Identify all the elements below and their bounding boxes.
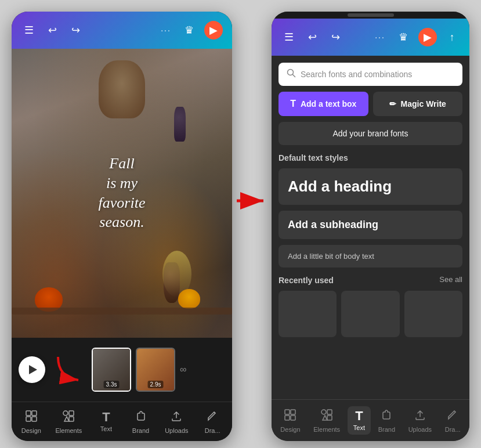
button-row: T Add a text box ✏ Magic Write [279,92,462,116]
more-icon[interactable]: ··· [158,22,174,38]
wand-icon: ✏ [389,99,396,109]
play-icon[interactable]: ▶ [204,21,223,39]
thumb-1-label: 3.3s [104,381,120,388]
nav-right-text[interactable]: T Text [348,406,371,435]
subheading-style[interactable]: Add a subheading [279,211,462,239]
nav-design-label: Design [21,427,41,434]
body-text: Add a little bit of body text [288,252,374,261]
recent-item-3[interactable] [404,291,462,337]
canvas-area: Fall is my favorite season. [12,49,232,338]
uploads-icon-right [414,409,426,424]
nav-right-uploads[interactable]: Uploads [403,405,437,436]
right-header: ☰ ↩ ↪ ··· ♛ ▶ ↑ [272,19,469,56]
nav-item-elements[interactable]: Elements [50,407,86,436]
undo-icon-right[interactable]: ↩ [304,29,320,45]
play-button[interactable] [19,356,45,383]
undo-icon[interactable]: ↩ [44,22,60,38]
recently-used-label: Recently used [279,276,334,285]
redo-icon[interactable]: ↪ [67,22,84,38]
add-text-box-button[interactable]: T Add a text box [279,92,368,116]
left-phone: ☰ ↩ ↪ ··· ♛ ▶ [12,12,232,441]
recently-used-header: Recently used See all [279,273,462,285]
nav-draw-label: Dra... [205,427,220,434]
arrow-between [232,189,272,212]
svg-point-5 [63,411,68,416]
timeline-arrow-container [52,351,87,388]
subheading-text: Add a subheading [288,219,378,230]
down-arrow-icon [52,351,87,386]
shelf [12,308,232,315]
link-icon: ∞ [180,364,186,375]
svg-rect-3 [26,417,31,421]
search-placeholder: Search fonts and combinations [301,70,454,79]
nav-item-text[interactable]: T Text [91,409,121,435]
status-bar [272,12,469,19]
design-icon [25,410,38,425]
nav-uploads-label: Uploads [165,427,188,434]
more-icon-right[interactable]: ··· [372,29,388,45]
nav-right-draw[interactable]: Dra... [439,405,466,436]
nav-right-text-label: Text [353,424,365,431]
crown-icon-right[interactable]: ♛ [395,29,411,45]
nav-item-draw[interactable]: Dra... [197,407,227,436]
svg-rect-7 [69,417,74,421]
canvas-image: Fall is my favorite season. [12,49,232,338]
brand-icon-right [380,409,393,424]
thumb-2-label: 2.9s [148,381,164,388]
draw-icon [206,410,219,425]
svg-rect-16 [327,416,332,420]
nav-item-brand[interactable]: Brand [126,407,156,436]
elements-icon-right [320,409,333,424]
svg-rect-13 [291,416,295,420]
share-icon-right[interactable]: ↑ [444,29,460,45]
nav-right-design[interactable]: Design [274,405,306,436]
draw-icon-right [446,409,459,424]
panel-content: Search fonts and combinations T Add a te… [272,56,469,399]
crown-icon[interactable]: ♛ [181,22,197,38]
uploads-icon [170,410,183,425]
recent-item-1[interactable] [279,291,337,337]
svg-rect-12 [285,416,290,420]
nav-right-elements-label: Elements [313,426,340,433]
text-icon-right: T [355,410,363,422]
svg-point-14 [321,410,326,414]
right-arrow-icon [234,189,269,212]
nav-right-brand[interactable]: Brand [372,405,401,436]
body-style[interactable]: Add a little bit of body text [279,245,462,268]
svg-rect-6 [69,411,74,416]
redo-icon-right[interactable]: ↪ [327,29,343,45]
search-icon [287,68,296,80]
recent-item-2[interactable] [341,291,399,337]
elements-icon [62,410,75,425]
svg-rect-10 [285,410,290,414]
magic-write-label: Magic Write [401,99,446,109]
timeline-row: 3.3s 2.9s ∞ [12,342,232,397]
canvas-text: Fall is my favorite season. [99,154,146,232]
bottom-nav-right: Design Elements T Text Brand [272,399,469,441]
search-bar[interactable]: Search fonts and combinations [279,63,462,86]
menu-icon-right[interactable]: ☰ [281,29,297,45]
right-panel: ☰ ↩ ↪ ··· ♛ ▶ ↑ Search fonts and combina… [272,12,469,441]
magic-write-button[interactable]: ✏ Magic Write [373,92,463,116]
text-t-icon: T [290,99,296,109]
menu-icon[interactable]: ☰ [21,22,37,38]
brand-fonts-button[interactable]: Add your brand fonts [279,122,462,145]
nav-item-uploads[interactable]: Uploads [160,407,193,436]
see-all-button[interactable]: See all [439,275,462,284]
recently-used-grid [279,291,462,337]
text-icon: T [102,411,110,424]
pumpkin-right [178,289,200,309]
svg-rect-15 [327,410,332,414]
nav-right-design-label: Design [280,426,300,433]
timeline-thumb-1[interactable]: 3.3s [92,348,131,392]
svg-rect-2 [32,411,37,416]
nav-right-elements[interactable]: Elements [308,405,346,436]
design-icon-right [284,409,296,424]
add-text-box-label: Add a text box [301,99,356,109]
play-icon-right[interactable]: ▶ [418,28,437,46]
heading-style[interactable]: Add a heading [279,168,462,205]
timeline-area: 3.3s 2.9s ∞ [12,338,232,402]
timeline-thumb-2[interactable]: 2.9s [136,348,175,392]
nav-right-brand-label: Brand [378,426,395,433]
nav-item-design[interactable]: Design [16,407,46,436]
